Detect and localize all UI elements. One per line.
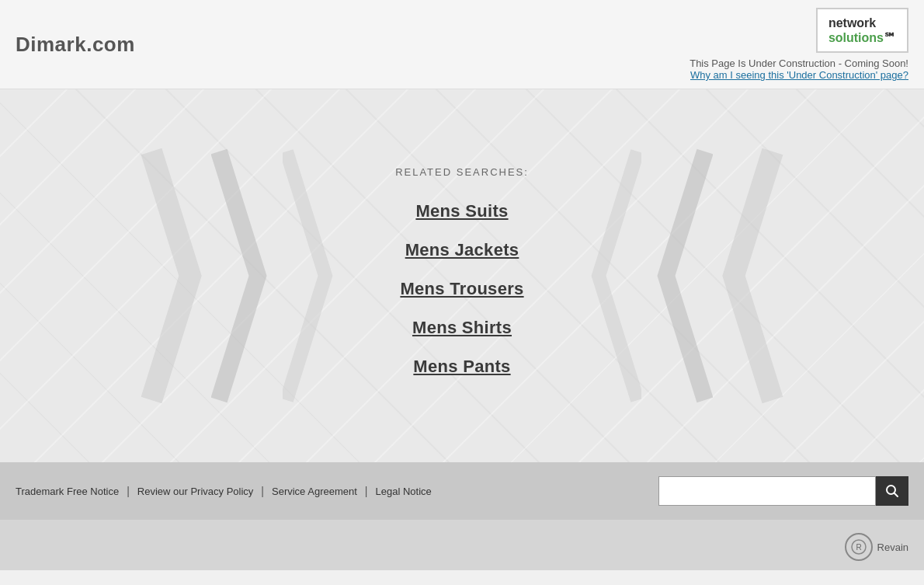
search-button[interactable]: [876, 476, 908, 506]
network-solutions-logo[interactable]: network solutions℠: [816, 8, 908, 53]
left-chevrons-decoration: [140, 144, 345, 408]
svg-line-1: [894, 493, 898, 497]
search-bar: [658, 476, 908, 506]
chevron-left-1: [140, 144, 202, 408]
footer-link-trademark[interactable]: Trademark Free Notice: [16, 486, 119, 497]
header: Dimark.com network solutions℠ This Page …: [0, 0, 924, 89]
chevron-left-3: [283, 144, 345, 408]
ns-line2-text: solutions: [828, 31, 884, 44]
revain-icon: R: [845, 533, 873, 561]
footer-link-legal[interactable]: Legal Notice: [375, 486, 431, 497]
below-footer: R Revain: [0, 520, 924, 570]
ns-line2: solutions℠: [828, 30, 896, 45]
under-construction-text: This Page Is Under Construction - Coming…: [690, 57, 908, 69]
revain-label: Revain: [877, 541, 908, 553]
chevron-right-2: [651, 144, 713, 408]
link-mens-suits[interactable]: Mens Suits: [415, 201, 508, 221]
footer-sep-1: |: [127, 485, 130, 497]
footer-sep-2: |: [261, 485, 264, 497]
chevron-right-3: [579, 144, 641, 408]
main-content: RELATED SEARCHES: Mens Suits Mens Jacket…: [0, 89, 924, 462]
chevron-left-2: [211, 144, 273, 408]
search-icon: [885, 484, 899, 498]
center-content: RELATED SEARCHES: Mens Suits Mens Jacket…: [395, 166, 529, 386]
site-title: Dimark.com: [16, 33, 135, 57]
ns-line1: network: [828, 16, 896, 30]
footer-sep-3: |: [365, 485, 368, 497]
link-mens-trousers[interactable]: Mens Trousers: [400, 279, 523, 299]
header-right: network solutions℠ This Page Is Under Co…: [690, 8, 908, 81]
footer-links: Trademark Free Notice | Review our Priva…: [16, 485, 432, 497]
link-mens-shirts[interactable]: Mens Shirts: [412, 318, 512, 338]
revain-logo-icon: R: [850, 538, 867, 555]
right-chevrons-decoration: [579, 144, 784, 408]
svg-text:R: R: [856, 543, 861, 552]
under-construction-link[interactable]: Why am I seeing this 'Under Construction…: [690, 69, 908, 81]
related-searches-label: RELATED SEARCHES:: [395, 166, 529, 178]
footer: Trademark Free Notice | Review our Priva…: [0, 462, 924, 520]
ns-logo-text: network solutions℠: [828, 16, 896, 45]
link-mens-pants[interactable]: Mens Pants: [413, 357, 510, 377]
chevron-right-1: [722, 144, 784, 408]
footer-link-privacy[interactable]: Review our Privacy Policy: [137, 486, 254, 497]
revain-badge: R Revain: [845, 533, 908, 561]
search-input[interactable]: [658, 476, 876, 506]
footer-link-service[interactable]: Service Agreement: [272, 486, 357, 497]
link-mens-jackets[interactable]: Mens Jackets: [405, 240, 519, 260]
